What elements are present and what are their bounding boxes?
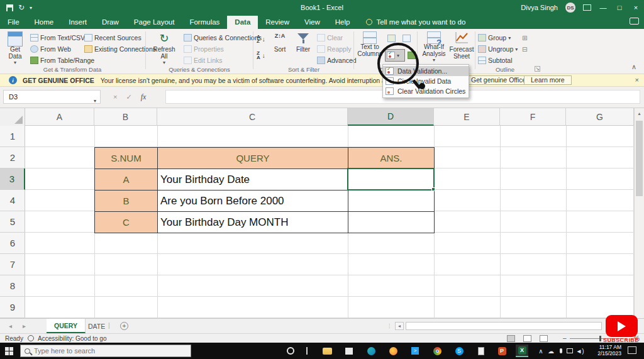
get-genuine-office-button[interactable]: Get genuine Office [464,75,533,85]
confirm-entry-icon[interactable]: ✓ [126,93,131,101]
sort-az-icon[interactable]: AZ↓ [257,34,265,44]
vertical-scroll-thumb[interactable] [636,121,643,196]
vertical-scrollbar[interactable]: ▴ [634,108,644,318]
close-button[interactable]: × [631,4,640,11]
column-header-b[interactable]: B [94,108,157,126]
from-web-button[interactable]: From Web [30,44,71,54]
speaker-icon[interactable]: ◄) [574,345,586,357]
tab-scroll-split-handle[interactable]: ⋮ [387,323,392,329]
youtube-play-button[interactable] [606,315,638,337]
cell-d4[interactable] [348,191,435,212]
row-header-2[interactable]: 2 [0,147,25,168]
name-box[interactable]: D3 ▾ [3,90,101,104]
file-explorer-icon[interactable] [321,345,333,357]
zoom-out-icon[interactable]: – [563,334,567,341]
cancel-entry-icon[interactable]: × [113,93,117,101]
tab-review[interactable]: Review [258,16,297,29]
new-sheet-icon[interactable]: + [120,322,128,330]
learn-more-button[interactable]: Learn more [524,75,572,85]
scroll-up-icon[interactable]: ▴ [635,108,644,116]
sheet-nav-right-icon[interactable]: ▸ [23,323,26,329]
taskbar-clock[interactable]: 11:17 AM 2/15/2023 [589,344,621,356]
forecast-sheet-button[interactable]: Forecast Sheet [449,30,474,60]
column-header-d[interactable]: D [348,108,434,126]
remove-duplicates-button[interactable] [402,33,411,43]
taskbar-search[interactable] [20,345,191,357]
subscribe-label[interactable]: SUBSCRIBE [603,337,639,343]
action-center-icon[interactable] [628,346,636,354]
advanced-filter-button[interactable]: Advanced [317,55,357,65]
hide-detail-icon[interactable]: ⊟ [522,44,528,54]
ungroup-button[interactable]: Ungroup▾ [478,44,518,54]
column-header-e[interactable]: E [434,108,500,126]
skype-icon[interactable]: S [453,345,465,357]
cell-b3[interactable]: A [95,169,158,191]
tab-home[interactable]: Home [27,16,62,29]
select-all-corner[interactable] [0,108,25,126]
tab-formulas[interactable]: Formulas [182,16,227,29]
chrome-icon[interactable] [431,345,443,357]
normal-view-button[interactable] [507,335,515,342]
page-layout-view-button[interactable] [523,335,531,342]
tell-me-box[interactable]: Tell me what you want to do [357,16,472,29]
cell-c2[interactable]: QUERY [158,148,348,169]
sort-button[interactable]: Z↕A Sort [269,30,291,53]
group-button[interactable]: Group▾ [478,33,511,43]
sheet-tab-query[interactable]: QUERY [47,319,86,333]
row-header-3[interactable]: 3 [0,168,25,190]
cell-c5[interactable]: Your Birthday Day MONTH [158,212,348,233]
tab-page-layout[interactable]: Page Layout [126,16,182,29]
banner-close-icon[interactable]: × [635,76,639,84]
filter-button[interactable]: Filter [292,30,314,53]
horizontal-scrollbar[interactable] [406,322,602,330]
edge-icon[interactable] [365,345,377,357]
menu-item-clear-validation-circles[interactable]: Clear Validation Circles [383,86,469,96]
cell-b2[interactable]: S.NUM [95,148,158,169]
from-text-csv-button[interactable]: From Text/CSV [30,33,85,43]
task-view-icon[interactable] [301,345,313,357]
cell-b4[interactable]: B [95,191,158,212]
search-input[interactable] [34,347,172,355]
refresh-all-button[interactable]: ↻ Refresh All▾ [150,30,179,67]
flash-fill-button[interactable] [387,33,396,43]
column-header-a[interactable]: A [25,108,94,126]
row-header-4[interactable]: 4 [0,190,25,211]
row-header-1[interactable]: 1 [0,126,25,147]
cell-d5[interactable] [348,212,435,233]
row-header-7[interactable]: 7 [0,254,25,275]
column-header-g[interactable]: G [566,108,634,126]
tab-draw[interactable]: Draw [94,16,126,29]
tab-help[interactable]: Help [328,16,358,29]
row-header-6[interactable]: 6 [0,233,25,254]
tab-data[interactable]: Data [227,16,258,29]
collapse-ribbon-icon[interactable]: ∧ [631,63,636,71]
from-table-range-button[interactable]: From Table/Range [30,55,94,65]
powerpoint-icon[interactable]: P [496,345,508,357]
column-header-f[interactable]: F [500,108,566,126]
queries-connections-button[interactable]: Queries & Connections [184,33,262,43]
user-name[interactable]: Divya Singh [521,4,558,11]
zoom-slider-handle[interactable] [599,336,601,341]
sort-za-icon[interactable]: ZA↓ [257,50,265,60]
get-data-button[interactable]: Get Data▾ [3,30,28,67]
tab-view[interactable]: View [297,16,328,29]
minimize-button[interactable]: — [599,4,608,11]
avatar[interactable]: DS [565,3,575,13]
start-button[interactable] [0,343,18,359]
column-header-c[interactable]: C [157,108,348,126]
comments-icon[interactable] [630,18,639,25]
row-header-5[interactable]: 5 [0,211,25,233]
firefox-icon[interactable] [387,345,399,357]
outline-dialog-launcher-icon[interactable]: ↘ [535,66,540,72]
cell-c3[interactable]: Your Birthday Date [158,169,348,191]
tab-file[interactable]: File [0,16,27,29]
page-break-view-button[interactable] [540,335,548,342]
excel-taskbar-icon[interactable]: X [516,345,528,357]
notepad-icon[interactable] [475,345,487,357]
row-header-9[interactable]: 9 [0,297,25,318]
tab-insert[interactable]: Insert [61,16,94,29]
vscode-icon[interactable]: > [409,345,421,357]
row-header-8[interactable]: 8 [0,275,25,297]
cell-d2[interactable]: ANS. [348,148,435,169]
maximize-button[interactable]: □ [615,4,624,11]
